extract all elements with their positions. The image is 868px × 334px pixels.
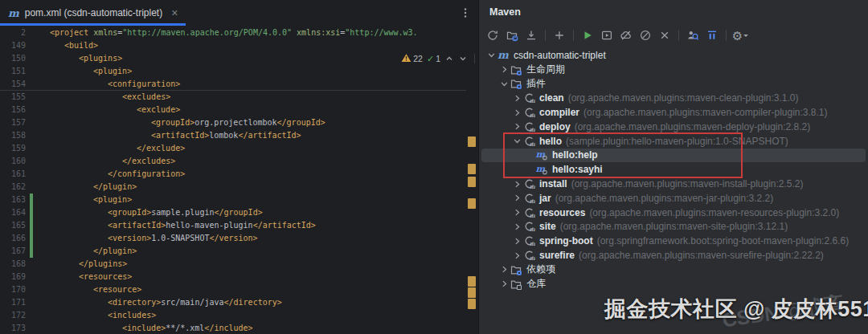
code-line[interactable]: 159</exclude> [0,142,466,155]
tree-node-label: csdn-automatic-triplet [514,50,606,61]
run-build-button[interactable] [579,26,596,44]
code-line[interactable]: 171<directory>src/main/java</directory> [0,296,466,309]
code-line[interactable]: 161</configuration> [0,168,466,181]
warning-stripe-mark[interactable] [468,276,476,287]
tree-node-description: (org.apache.maven.plugins:maven-resource… [589,207,839,218]
chevron-right-icon[interactable] [511,250,522,260]
warnings-indicator[interactable]: 22 [401,53,423,64]
svg-text:m: m [536,164,546,174]
tree-node-description: (org.apache.maven.plugins:maven-surefire… [579,250,824,261]
code-line[interactable]: 170<resource> [0,283,466,296]
code-line[interactable]: 166<version>1.0-SNAPSHOT</version> [0,232,466,245]
svg-text:m: m [536,149,546,160]
execute-goal-button[interactable] [598,26,616,44]
code-line[interactable]: 156<exclude> [0,104,466,116]
reload-all-button[interactable] [484,26,502,44]
chevron-right-icon[interactable] [498,265,510,275]
warning-stripe-mark[interactable] [468,164,476,174]
warning-stripe-mark[interactable] [468,198,476,209]
chevron-right-icon[interactable] [498,279,510,289]
tree-node-description: (org.apache.maven.plugins:maven-site-plu… [560,221,788,232]
tree-node-plugin-surefire[interactable]: msurefire(org.apache.maven.plugins:maven… [481,248,866,263]
tree-node-plugin-jar[interactable]: mjar(org.apache.maven.plugins:maven-jar-… [481,191,866,206]
plugin-icon: m [522,249,535,262]
line-number: 165 [0,219,27,232]
chevron-right-icon[interactable] [511,122,522,132]
tab-pom-xml[interactable]: m pom.xml (csdn-automatic-triplet) × [0,0,186,26]
code-text: </plugins> [50,258,127,271]
inspections-widget[interactable]: 22 ✓ 1 [396,52,475,65]
code-line[interactable]: 151<plugin> [0,65,466,78]
tree-node-plugin-hello[interactable]: mhello(sample.plugin:hello-maven-plugin:… [481,134,866,149]
code-line[interactable]: 2<project xmlns="http://maven.apache.org… [0,26,466,39]
chevron-right-icon[interactable] [511,222,522,231]
code-line[interactable]: 160</excludes> [0,155,466,168]
chevron-right-icon[interactable] [511,193,522,203]
analyze-dependencies-button[interactable] [684,26,702,44]
tree-node-dependencies[interactable]: 依赖项 [481,263,866,277]
dependency-analyzer-button[interactable] [703,26,721,44]
code-line[interactable]: 165<artifactId>hello-maven-plugin</artif… [0,219,466,232]
tree-node-goal-hello-sayhi[interactable]: mhello:sayhi [481,162,866,177]
code-line[interactable]: 167</plugin> [0,245,466,258]
code-line[interactable]: 158<artifactId>lombok</artifactId> [0,129,466,142]
code-line[interactable]: 172<includes> [0,309,466,322]
close-icon[interactable]: × [171,7,178,18]
code-text: </excludes> [50,155,175,168]
code-line[interactable]: 155<excludes> [0,91,466,104]
chevron-down-icon[interactable] [485,51,497,60]
warning-stripe-mark[interactable] [468,136,476,147]
tree-node-plugin-compiler[interactable]: mcompiler(org.apache.maven.plugins:maven… [481,105,866,120]
more-options-icon[interactable] [459,6,472,19]
tree-node-goal-hello-help[interactable]: mhello:help [481,149,866,163]
tree-node-repositories[interactable]: 仓库 [481,277,866,291]
tree-node-plugin-spring-boot[interactable]: mspring-boot(org.springframework.boot:sp… [481,234,866,248]
warning-stripe-mark[interactable] [468,177,476,187]
code-text: <directory>src/main/java</directory> [50,296,282,309]
code-text: </exclude> [50,142,185,155]
chevron-right-icon[interactable] [511,108,522,117]
chevron-right-icon[interactable] [511,179,522,189]
chevron-right-icon[interactable] [498,65,510,75]
warning-stripe-mark[interactable] [468,287,476,298]
chevron-down-icon[interactable] [498,79,510,88]
typos-indicator[interactable]: ✓ 1 [427,54,440,64]
code-text: <groupId>org.projectlombok</groupId> [50,116,326,129]
generate-sources-button[interactable] [503,26,521,44]
next-problem-icon[interactable] [458,54,468,63]
code-line[interactable]: 168</plugins> [0,258,466,271]
chevron-right-icon[interactable] [511,208,522,218]
tree-node-plugin-clean[interactable]: mclean(org.apache.maven.plugins:maven-cl… [481,91,866,105]
code-line[interactable]: 169<resources> [0,271,466,283]
prev-problem-icon[interactable] [444,54,454,63]
panel-title: Maven [489,6,521,18]
tree-node-plugin-site[interactable]: msite(org.apache.maven.plugins:maven-sit… [481,220,866,234]
code-line[interactable]: 163<plugin> [0,193,466,206]
tree-node-plugin-install[interactable]: minstall(org.apache.maven.plugins:maven-… [481,177,866,191]
code-line[interactable]: 157<groupId>org.projectlombok</groupId> [0,116,466,129]
download-sources-button[interactable] [522,26,540,44]
code-editor[interactable]: 2<project xmlns="http://maven.apache.org… [0,26,478,334]
plugin-icon: m [522,135,535,148]
add-configuration-button[interactable] [551,26,568,44]
editor-scrollbar[interactable] [466,51,478,334]
code-line[interactable]: 162</plugin> [0,181,466,193]
chevron-right-icon[interactable] [511,93,522,103]
mute-button[interactable] [656,26,674,44]
line-number: 162 [0,181,27,193]
code-line[interactable]: 149<build> [0,39,466,52]
tree-node-project-root[interactable]: mcsdn-automatic-triplet [481,48,866,63]
tree-node-plugin-deploy[interactable]: mdeploy(org.apache.maven.plugins:maven-d… [481,120,866,134]
tree-node-plugin-resources[interactable]: mresources(org.apache.maven.plugins:mave… [481,206,866,220]
offline-mode-button[interactable] [617,26,635,44]
tree-node-lifecycle[interactable]: 生命周期 [481,63,866,77]
warning-stripe-mark[interactable] [468,299,476,309]
code-line[interactable]: 173<include>**/*.xml</include> [0,322,466,334]
code-line[interactable]: 154<configuration> [0,78,466,91]
chevron-down-icon[interactable] [511,136,522,146]
skip-tests-button[interactable] [637,26,654,44]
tree-node-plugins[interactable]: 插件 [481,77,866,92]
maven-settings-button[interactable]: ⚙ [731,26,749,44]
code-line[interactable]: 164<groupId>sample.plugin</groupId> [0,206,466,219]
chevron-right-icon[interactable] [511,236,522,246]
